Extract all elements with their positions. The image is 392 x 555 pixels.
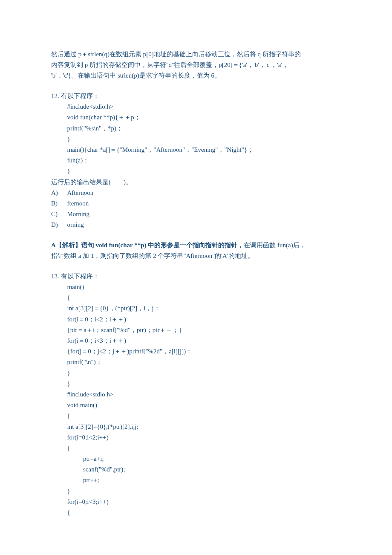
q12-option-d: D) orning [51, 220, 341, 230]
option-text: fternoon [67, 198, 89, 209]
answer-bold-part: A【解析】语句 void fun(char **p) 中的形参是一个指向指针的指… [51, 242, 244, 249]
q13b-l6: ptr++; [51, 475, 341, 486]
option-letter: D) [51, 220, 67, 230]
q13a-code-5: for(i＝0；i<3；i＋＋) [51, 335, 341, 346]
q13b-voidmain: void main() [51, 400, 341, 410]
q13b-l5: scanf("%d",ptr); [51, 464, 341, 475]
q13a-code-6: {for(j＝0；j<2；j＋＋)printf("%2d"，a[i][j])； [51, 346, 341, 357]
q13a-code-8: } [51, 368, 341, 379]
q12-option-c: C) Morning [51, 209, 341, 220]
q12-answer-line-1: A【解析】语句 void fun(char **p) 中的形参是一个指向指针的指… [51, 240, 341, 251]
q13-header: 13. 有以下程序： [51, 271, 341, 282]
q13b-l1: int a[3][2]={0},(*ptr)[2],i,j; [51, 422, 341, 432]
option-letter: C) [51, 209, 67, 220]
q13a-code-9: } [51, 379, 341, 389]
q13b-open-brace: { [51, 410, 341, 421]
q12-code-6: } [51, 166, 341, 176]
answer-rest-1: 在调用函数 fun(a)后， [244, 242, 306, 249]
q13b-l4: ptr=a+i; [51, 454, 341, 464]
option-text: orning [67, 220, 84, 230]
q13b-l7: } [51, 486, 341, 497]
q12-option-b: B) fternoon [51, 198, 341, 209]
q13b-l2: for(i=0;i<2;i++) [51, 432, 341, 443]
spacer [51, 231, 341, 240]
q13b-l3: { [51, 443, 341, 454]
q13a-code-0: main() [51, 282, 341, 292]
q13a-code-3: for(i＝0；i<2；i＋＋) [51, 314, 341, 325]
q12-code-3: } [51, 134, 341, 145]
q12-code-5: fun(a)； [51, 155, 341, 166]
q12-code-2: printf("%s\n"，*p)； [51, 123, 341, 134]
q13a-code-1: { [51, 292, 341, 303]
q13b-l9: { [51, 507, 341, 518]
q13a-code-4: {ptr＝a＋i；scanf("%d"，ptr)；ptr＋＋；} [51, 325, 341, 335]
q12-prompt: 运行后的输出结果是( )。 [51, 177, 341, 188]
q12-answer-line-2: 指针数组 a 加 1，则指向了数组的第 2 个字符串"Afternoon"的'A… [51, 251, 341, 261]
spacer [51, 81, 341, 91]
q12-header: 12. 有以下程序： [51, 91, 341, 101]
intro-line-3: 'b'，'c'}。在输出语句中 strlen(p)是求字符串的长度，值为 6。 [51, 70, 341, 81]
spacer [51, 261, 341, 271]
option-letter: A) [51, 188, 67, 198]
q13a-code-2: int a[3][2]＝{0}，(*ptr)[2]，i，j； [51, 303, 341, 314]
option-text: Afternoon [67, 188, 94, 198]
intro-line-2: 内容复制到 p 所指的存储空间中，从字符''d''往后全部覆盖，p[20]＝{'… [51, 60, 341, 70]
option-text: Morning [67, 209, 90, 220]
q13b-include: #include<stdio.h> [51, 389, 341, 400]
option-letter: B) [51, 198, 67, 209]
q12-option-a: A) Afternoon [51, 188, 341, 198]
q12-code-0: #include<stdio.h> [51, 101, 341, 112]
intro-line-1: 然后通过 p＋strlen(q)在数组元素 p[0]地址的基础上向后移动三位，然… [51, 49, 341, 60]
q13b-l8: for(i=0;i<3;i++) [51, 497, 341, 507]
q12-code-1: void fun(char **p){＋＋p； [51, 112, 341, 123]
q12-code-4: main(){char *a[]＝{"Morning"，"Afternoon"，… [51, 145, 341, 155]
q13a-code-7: printf("\n")； [51, 357, 341, 367]
